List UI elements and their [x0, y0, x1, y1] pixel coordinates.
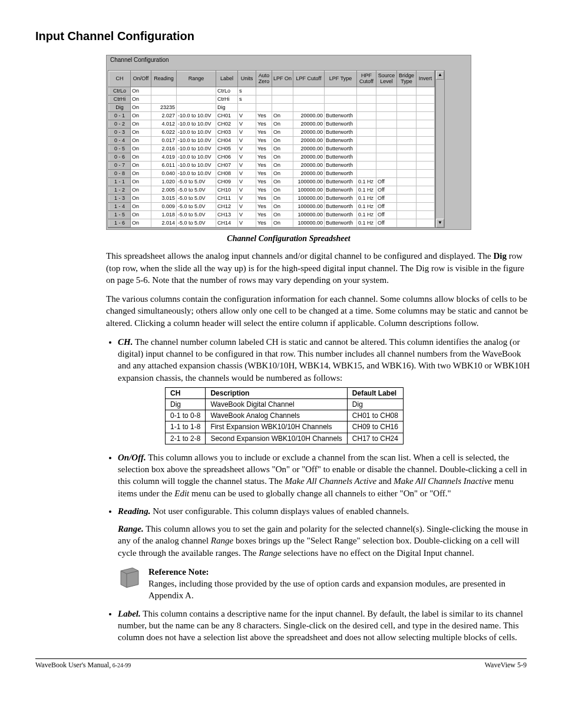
cell[interactable]: CH09 [216, 177, 238, 186]
cell[interactable] [177, 95, 216, 103]
scroll-up-icon[interactable]: ▲ [436, 71, 444, 80]
cell[interactable] [325, 87, 357, 95]
cell[interactable]: On [131, 219, 151, 227]
cell[interactable]: V [238, 169, 256, 177]
cell[interactable] [151, 87, 177, 95]
cell[interactable]: 20000.00 [293, 120, 325, 128]
cell[interactable]: Off [376, 202, 397, 210]
cell[interactable]: CH11 [216, 194, 238, 202]
cell[interactable]: On [272, 202, 293, 210]
cell[interactable]: Butterworth [325, 111, 357, 120]
cell[interactable]: V [238, 177, 256, 186]
cell[interactable]: Butterworth [325, 202, 357, 210]
cell[interactable] [376, 153, 397, 161]
cell[interactable]: 0.1 Hz [357, 177, 376, 186]
cell[interactable]: On [131, 95, 151, 103]
cell[interactable] [325, 103, 357, 111]
table-row[interactable]: 1 - 1On1.020-5.0 to 5.0VCH09VYesOn100000… [109, 177, 435, 186]
cell[interactable]: V [238, 136, 256, 144]
cell[interactable]: Yes [256, 219, 272, 227]
cell[interactable]: 100000.00 [293, 177, 325, 186]
table-row[interactable]: CtrLoOnCtrLos [109, 87, 435, 95]
cell[interactable]: CH01 [216, 111, 238, 120]
cell[interactable]: On [131, 202, 151, 210]
cell[interactable]: 23235 [151, 103, 177, 111]
cell[interactable]: V [238, 219, 256, 227]
cell[interactable] [376, 169, 397, 177]
cell[interactable]: On [131, 153, 151, 161]
cell[interactable]: 6.022 [151, 128, 177, 136]
cell[interactable] [357, 128, 376, 136]
cell[interactable] [416, 219, 435, 227]
cell[interactable]: CH02 [216, 120, 238, 128]
cell[interactable] [397, 210, 416, 219]
cell[interactable] [293, 95, 325, 103]
table-row[interactable]: 0 - 3On6.022-10.0 to 10.0VCH03VYesOn2000… [109, 128, 435, 136]
cell[interactable]: V [238, 120, 256, 128]
cell[interactable] [177, 87, 216, 95]
cell[interactable]: Off [376, 210, 397, 219]
cell[interactable] [416, 153, 435, 161]
cell[interactable]: Yes [256, 202, 272, 210]
cell[interactable]: -10.0 to 10.0V [177, 153, 216, 161]
cell[interactable]: On [272, 194, 293, 202]
cell[interactable] [357, 103, 376, 111]
col-header[interactable]: LPF Cutoff [293, 71, 325, 87]
cell[interactable] [397, 128, 416, 136]
cell[interactable]: 3.015 [151, 194, 177, 202]
cell[interactable]: V [238, 210, 256, 219]
cell[interactable]: 4.012 [151, 120, 177, 128]
cell[interactable] [357, 136, 376, 144]
cell[interactable] [376, 161, 397, 169]
cell[interactable] [151, 95, 177, 103]
cell[interactable]: Yes [256, 128, 272, 136]
cell[interactable] [416, 177, 435, 186]
cell[interactable]: CtrHi [216, 95, 238, 103]
cell[interactable] [416, 144, 435, 153]
table-row[interactable]: 0 - 5On2.016-10.0 to 10.0VCH05VYesOn2000… [109, 144, 435, 153]
table-row[interactable]: 1 - 5On1.018-5.0 to 5.0VCH13VYesOn100000… [109, 210, 435, 219]
cell[interactable] [397, 103, 416, 111]
cell[interactable]: 20000.00 [293, 128, 325, 136]
cell[interactable]: Dig [216, 103, 238, 111]
cell[interactable]: Off [376, 177, 397, 186]
cell[interactable]: -10.0 to 10.0V [177, 161, 216, 169]
col-header[interactable]: AutoZero [256, 71, 272, 87]
cell[interactable]: 0.1 Hz [357, 194, 376, 202]
cell[interactable]: 2.016 [151, 144, 177, 153]
channel-config-grid[interactable]: CHOn/OffReadingRangeLabelUnitsAutoZeroLP… [108, 71, 435, 228]
cell[interactable]: CH14 [216, 219, 238, 227]
cell[interactable]: 0.009 [151, 202, 177, 210]
table-row[interactable]: 1 - 2On2.005-5.0 to 5.0VCH10VYesOn100000… [109, 186, 435, 194]
cell[interactable]: 100000.00 [293, 219, 325, 227]
cell[interactable]: On [272, 111, 293, 120]
cell[interactable]: Yes [256, 161, 272, 169]
cell[interactable]: On [131, 177, 151, 186]
table-row[interactable]: 1 - 6On2.014-5.0 to 5.0VCH14VYesOn100000… [109, 219, 435, 227]
cell[interactable] [357, 153, 376, 161]
cell[interactable]: On [272, 120, 293, 128]
cell[interactable]: -5.0 to 5.0V [177, 202, 216, 210]
cell[interactable]: -5.0 to 5.0V [177, 194, 216, 202]
cell[interactable]: Off [376, 219, 397, 227]
cell[interactable]: Yes [256, 186, 272, 194]
cell[interactable]: Butterworth [325, 194, 357, 202]
cell[interactable]: On [272, 177, 293, 186]
cell[interactable]: CtrLo [216, 87, 238, 95]
cell[interactable]: 1.020 [151, 177, 177, 186]
cell[interactable]: CH04 [216, 136, 238, 144]
cell[interactable] [416, 95, 435, 103]
cell[interactable] [416, 186, 435, 194]
cell[interactable]: On [131, 87, 151, 95]
cell[interactable]: CH03 [216, 128, 238, 136]
table-row[interactable]: DigOn23235Dig [109, 103, 435, 111]
cell[interactable] [357, 111, 376, 120]
col-header[interactable]: Units [238, 71, 256, 87]
table-row[interactable]: 0 - 2On4.012-10.0 to 10.0VCH02VYesOn2000… [109, 120, 435, 128]
table-row[interactable]: 1 - 3On3.015-5.0 to 5.0VCH11VYesOn100000… [109, 194, 435, 202]
cell[interactable]: 100000.00 [293, 202, 325, 210]
cell[interactable] [416, 210, 435, 219]
cell[interactable]: On [131, 136, 151, 144]
cell[interactable]: On [272, 136, 293, 144]
cell[interactable]: Butterworth [325, 153, 357, 161]
